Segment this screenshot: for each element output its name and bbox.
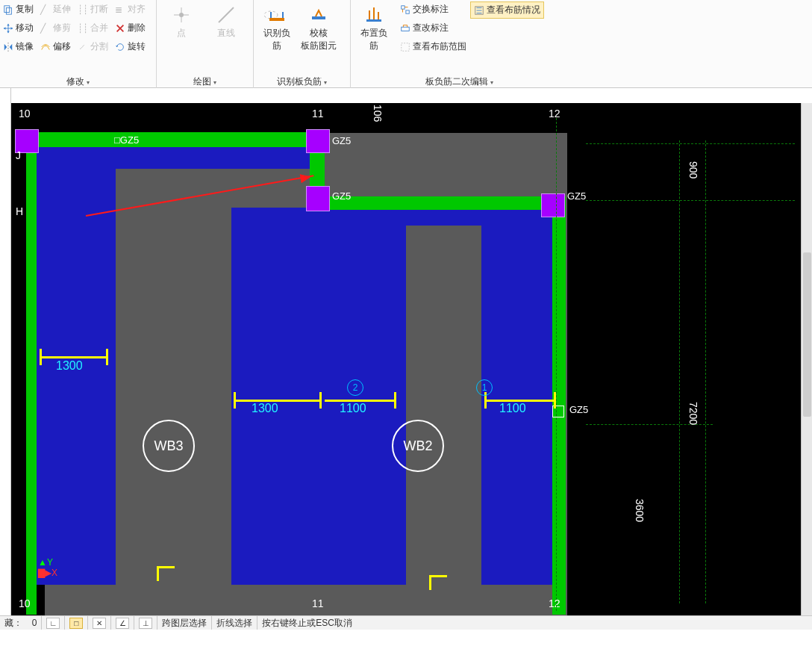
snap-cross-toggle[interactable]: ✕: [88, 616, 111, 630]
col-label: GZ5: [567, 190, 586, 202]
dim-grid: [679, 140, 680, 603]
extend-button: ╱延伸: [37, 1, 74, 17]
grid-col-11: 11: [312, 108, 324, 119]
split-button: ⟋分割: [75, 39, 111, 55]
svg-rect-1: [6, 7, 11, 14]
svg-rect-8: [402, 5, 405, 8]
column: [307, 187, 329, 211]
drawing-canvas[interactable]: GZ5 GZ5 GZ5 GZ5 □GZ5 10 11 12 10 11 12 J…: [11, 103, 801, 615]
svg-rect-0: [4, 5, 10, 12]
point-button: 点: [163, 3, 200, 41]
svg-line-3: [219, 7, 234, 22]
ucs-icon: ▲Y ▇▶X: [38, 557, 57, 578]
col-label: GZ5: [569, 404, 588, 415]
delete-button[interactable]: 删除: [112, 20, 149, 36]
dim-106: 106: [372, 105, 384, 122]
bar-dim: 1300: [56, 359, 83, 373]
dim-7200: 7200: [687, 402, 699, 425]
slab-bubble-wb3: WB3: [143, 420, 195, 472]
ribbon-group-draw: 点 直线 绘图: [157, 0, 254, 88]
identify-negbar-button[interactable]: 识别负筋: [258, 3, 296, 54]
group-label-draw[interactable]: 绘图: [157, 75, 253, 88]
wall: [317, 196, 563, 210]
svg-rect-7: [366, 19, 381, 22]
dim-900: 900: [687, 161, 699, 178]
rebar-fill: [231, 208, 324, 585]
break-button: ┊┊打断: [75, 1, 111, 17]
status-hint: 按右键终止或ESC取消: [257, 616, 357, 630]
tag-2: 2: [347, 379, 363, 396]
trim-button: ╱修剪: [37, 20, 74, 36]
snap-angle-toggle[interactable]: ∠: [111, 616, 134, 630]
align-button: ≣对齐: [112, 1, 149, 17]
ribbon-group-modify: 复制 移动 镜像 ╱延伸 ╱修剪 偏移 ┊┊打断 ┊┊合并 ⟋分割 ≣对齐 删除…: [0, 0, 157, 88]
dim-grid: [705, 140, 706, 603]
view-bars-button[interactable]: 查看布筋情况: [470, 1, 544, 19]
modify-annot-button[interactable]: 查改标注: [397, 20, 469, 36]
snap-point-toggle[interactable]: □: [65, 616, 88, 630]
line-button: 直线: [207, 3, 245, 41]
dim-3600: 3600: [634, 499, 646, 522]
column: [542, 194, 564, 217]
bar-dim: 1100: [499, 402, 526, 415]
ribbon-group-identify: 识别负筋 校核 板筋图元 识别板负筋: [254, 0, 351, 88]
view-range-button[interactable]: 查看布筋范围: [397, 39, 469, 55]
svg-rect-6: [312, 16, 325, 19]
bar-dim: 1100: [340, 402, 366, 415]
grid-col-12: 12: [549, 108, 560, 119]
ribbon-group-board: 布置负筋 交换标注 查改标注 查看布筋范围 查看布筋情况 板负筋二次编辑: [351, 0, 567, 88]
group-label-modify[interactable]: 修改: [0, 75, 156, 88]
col-label: GZ5: [332, 190, 351, 202]
wall: [26, 132, 37, 615]
wall: [26, 132, 325, 147]
column: [307, 130, 329, 152]
rebar-fill: [481, 208, 563, 585]
grid-row-h: H: [16, 205, 23, 217]
bar-ruler: [157, 566, 175, 568]
bar-dim: 1300: [252, 402, 278, 415]
bar-ruler: [40, 356, 108, 358]
swap-annot-button[interactable]: 交换标注: [397, 1, 469, 17]
rebar-fill: [45, 144, 321, 169]
group-label-board: 板负筋二次编辑: [351, 75, 567, 88]
arrange-negbar-button[interactable]: 布置负筋: [355, 3, 393, 54]
grid-col-10b: 10: [19, 597, 31, 609]
cross-layer-select[interactable]: 跨图层选择: [157, 616, 212, 630]
bar-ruler: [429, 575, 447, 577]
vertical-scrollbar[interactable]: [801, 103, 812, 615]
slab-area: [190, 589, 257, 615]
status-bar: 藏： 0 ∟ □ ✕ ∠ ⊥ 跨图层选择 折线选择 按右键终止或ESC取消: [0, 615, 812, 630]
svg-rect-10: [402, 27, 410, 31]
group-label-identify: 识别板负筋: [254, 75, 350, 88]
hidden-count: 藏： 0: [0, 616, 42, 630]
verify-bar-button[interactable]: 校核 板筋图元: [300, 3, 337, 54]
tag-1: 1: [476, 379, 493, 396]
snap-ortho-toggle[interactable]: ∟: [42, 616, 65, 630]
mirror-button[interactable]: 镜像: [0, 39, 37, 55]
col-label: GZ5: [332, 135, 351, 146]
merge-button: ┊┊合并: [75, 20, 111, 36]
slab-bubble-wb2: WB2: [392, 420, 444, 472]
rotate-button[interactable]: 旋转: [112, 39, 149, 55]
ribbon: 复制 移动 镜像 ╱延伸 ╱修剪 偏移 ┊┊打断 ┊┊合并 ⟋分割 ≣对齐 删除…: [0, 0, 812, 88]
grid-row-j: J: [16, 149, 21, 161]
snap-offset-toggle[interactable]: ⊥: [134, 616, 157, 630]
gz5-square: □GZ5: [114, 134, 139, 146]
grid-col-11b: 11: [312, 597, 324, 609]
svg-rect-9: [406, 10, 409, 13]
polyline-select[interactable]: 折线选择: [212, 616, 257, 630]
dim-grid: [586, 200, 795, 201]
copy-button[interactable]: 复制: [0, 1, 37, 17]
svg-rect-5: [269, 18, 284, 21]
grid-col-10: 10: [19, 108, 31, 119]
offset-button[interactable]: 偏移: [37, 39, 74, 55]
grid-col-12b: 12: [549, 597, 560, 609]
svg-rect-11: [402, 43, 410, 51]
grid-line: [556, 118, 557, 611]
move-button[interactable]: 移动: [0, 20, 37, 36]
dim-grid: [586, 143, 795, 144]
side-panel-collapsed[interactable]: [0, 88, 11, 626]
